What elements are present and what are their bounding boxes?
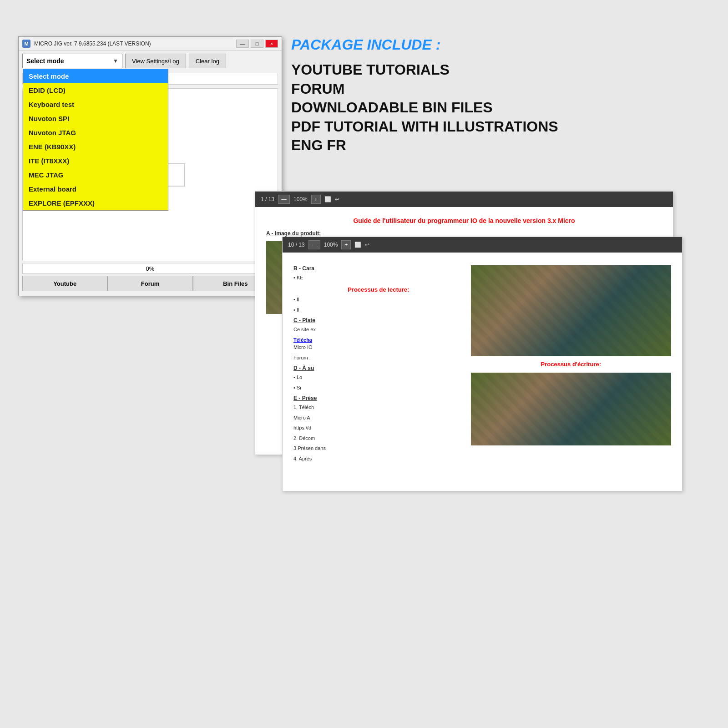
pdf-section-b-detail: • KE — [293, 274, 464, 282]
title-bar: M MICRO JIG ver. 7.9.6855.234 (LAST VERS… — [19, 37, 282, 51]
bottom-buttons: Youtube Forum Bin Files — [22, 276, 278, 291]
package-title: PACKAGE INCLUDE : — [291, 36, 701, 53]
motherboard-image-1 — [471, 265, 672, 356]
pdf-step2: 2. Décom — [293, 435, 464, 442]
pdf-front-icon2: ↩ — [365, 242, 369, 248]
pdf-container: 1 / 13 — 100% + ⬜ ↩ Guide de l'utilisate… — [255, 191, 701, 500]
dropdown-item-nuvoton-jtag[interactable]: Nuvoton JTAG — [23, 126, 168, 140]
pdf-back-toolbar: 1 / 13 — 100% + ⬜ ↩ — [255, 192, 673, 207]
dropdown-menu: Select mode EDID (LCD) Keyboard test Nuv… — [23, 69, 168, 211]
minimize-button[interactable]: — — [236, 40, 249, 48]
toolbar-row: Select mode ▼ Select mode EDID (LCD) Key… — [19, 51, 282, 71]
pdf-bullet1: • Il — [293, 296, 464, 303]
pdf-back-icon2: ↩ — [335, 196, 339, 202]
pdf-micro-a: Micro A — [293, 414, 464, 422]
view-settings-button[interactable]: View Settings/Log — [125, 54, 186, 68]
dropdown-item-mec[interactable]: MEC JTAG — [23, 168, 168, 182]
pdf-bullet2: • Il — [293, 306, 464, 314]
motherboard-image-2 — [471, 373, 672, 445]
pdf-telechargement-link[interactable]: Télécha — [293, 337, 312, 343]
pdf-front-image-bottom — [471, 373, 672, 445]
pdf-d-item1: • Lo — [293, 374, 464, 381]
pdf-front-minus[interactable]: — — [308, 240, 320, 249]
window-controls: — □ × — [236, 40, 278, 48]
youtube-button[interactable]: Youtube — [22, 276, 107, 291]
pdf-back-icon1: ⬜ — [324, 196, 331, 202]
app-icon: M — [22, 40, 30, 48]
pdf-e-detail: 1. Téléch — [293, 404, 464, 411]
pdf-section-d: D - À su — [293, 364, 464, 372]
pdf-back-page: 1 / 13 — [261, 196, 274, 202]
chevron-down-icon: ▼ — [113, 58, 118, 64]
mode-dropdown[interactable]: Select mode ▼ Select mode EDID (LCD) Key… — [22, 54, 122, 68]
pdf-d-item2: • Si — [293, 384, 464, 392]
dropdown-item-edid[interactable]: EDID (LCD) — [23, 83, 168, 97]
pdf-section-e: E - Prése — [293, 394, 464, 402]
package-item-forum: FORUM — [291, 80, 701, 99]
dropdown-item-ite[interactable]: ITE (IT8XXX) — [23, 154, 168, 168]
close-button[interactable]: × — [265, 40, 278, 48]
pdf-section-c: C - Plate — [293, 316, 464, 324]
package-list: YOUTUBE TUTORIALS FORUM DOWNLOADABLE BIN… — [291, 61, 701, 155]
pdf-front-page: 10 / 13 — [288, 242, 305, 248]
pdf-back-zoom: 100% — [293, 196, 308, 202]
package-item-youtube: YOUTUBE TUTORIALS — [291, 61, 701, 80]
pdf-micro-io: Micro IO — [293, 344, 464, 351]
dropdown-item-external[interactable]: External board — [23, 182, 168, 196]
pdf-section-b: B - Cara — [293, 264, 464, 273]
pdf-https: https://d — [293, 424, 464, 432]
processus-lecture-label: Processus de lecture: — [293, 285, 464, 294]
pdf-step4: 4. Après — [293, 455, 464, 463]
progress-text: 0% — [146, 265, 155, 272]
clear-log-button[interactable]: Clear log — [189, 54, 226, 68]
mode-dropdown-label: Select mode — [26, 57, 64, 65]
pdf-back-minus[interactable]: — — [278, 195, 290, 204]
maximize-button[interactable]: □ — [251, 40, 263, 48]
dropdown-item-nuvoton-spi[interactable]: Nuvoton SPI — [23, 111, 168, 126]
pdf-front-content: B - Cara • KE Processus de lecture: • Il… — [283, 253, 682, 474]
pdf-forum: Forum : — [293, 354, 464, 362]
package-info: PACKAGE INCLUDE : YOUTUBE TUTORIALS FORU… — [291, 36, 701, 155]
package-item-binfiles: DOWNLOADABLE BIN FILES — [291, 98, 701, 117]
package-item-lang: ENG FR — [291, 136, 701, 155]
dropdown-item-select-mode[interactable]: Select mode — [23, 69, 168, 83]
pdf-step3: 3.Présen dans — [293, 445, 464, 452]
pdf-front-image-top — [471, 265, 672, 356]
dropdown-item-ene[interactable]: ENE (KB90XX) — [23, 140, 168, 154]
pdf-front: 10 / 13 — 100% + ⬜ ↩ B - Cara • KE Proce… — [282, 237, 682, 491]
processus-ecriture-label: Processus d'écriture: — [471, 360, 672, 369]
dropdown-item-explore[interactable]: EXPLORE (EPFXXX) — [23, 196, 168, 210]
window-title: MICRO JIG ver. 7.9.6855.234 (LAST VERSIO… — [34, 40, 233, 47]
pdf-front-plus[interactable]: + — [341, 240, 351, 249]
pdf-front-toolbar: 10 / 13 — 100% + ⬜ ↩ — [283, 237, 682, 253]
pdf-front-icon1: ⬜ — [354, 242, 361, 248]
pdf-back-plus[interactable]: + — [311, 195, 321, 204]
dropdown-item-keyboard[interactable]: Keyboard test — [23, 97, 168, 111]
pdf-front-zoom: 100% — [324, 242, 338, 248]
app-window: M MICRO JIG ver. 7.9.6855.234 (LAST VERS… — [18, 36, 282, 296]
pdf-c-text: Ce site ex — [293, 326, 464, 334]
forum-button[interactable]: Forum — [107, 276, 192, 291]
progress-bar-container: 0% — [22, 263, 278, 274]
pdf-back-title: Guide de l'utilisateur du programmeur IO… — [266, 216, 662, 226]
package-item-pdf: PDF TUTORIAL WITH ILLUSTRATIONS — [291, 117, 701, 136]
